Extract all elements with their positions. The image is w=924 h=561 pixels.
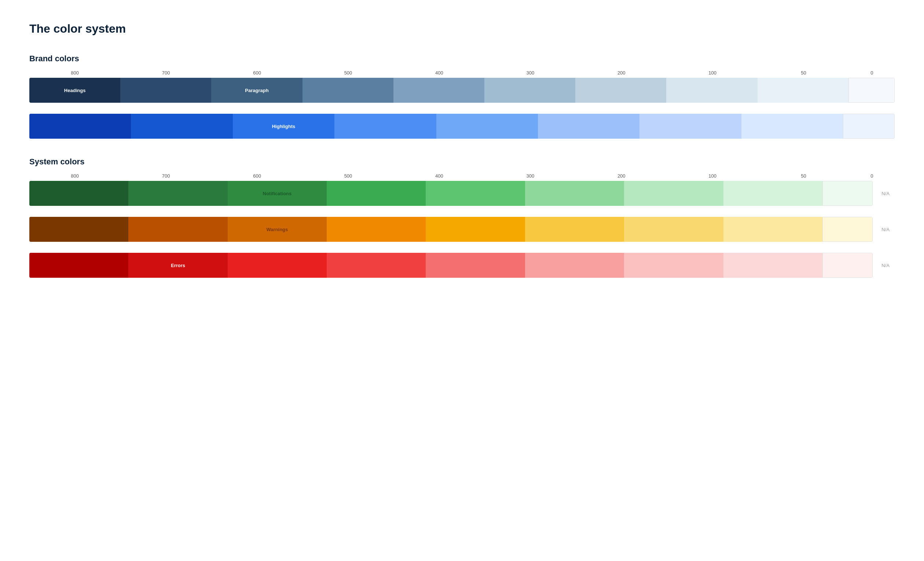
- system-row-3-na: N/A: [873, 263, 895, 268]
- color-swatch-1: Errors: [128, 253, 227, 278]
- system-row-1: Notifications: [29, 181, 873, 206]
- color-swatch-2: [228, 253, 327, 278]
- color-swatch-2: Paragraph: [211, 78, 302, 103]
- scale-label-200: 200: [576, 173, 667, 179]
- scale-label-500: 500: [303, 173, 393, 179]
- color-swatch-7: [723, 253, 822, 278]
- system-colors-section: System colors 80070060050040030020010050…: [29, 157, 895, 278]
- scale-label-800: 800: [29, 70, 120, 75]
- system-row-3: Errors: [29, 253, 873, 278]
- color-swatch-3: [327, 217, 426, 242]
- color-swatch-8: [822, 181, 873, 206]
- color-swatch-8: [843, 114, 895, 139]
- color-swatch-5: [525, 217, 624, 242]
- color-swatch-4: [426, 253, 525, 278]
- color-swatch-8: [822, 253, 873, 278]
- color-swatch-6: [639, 114, 741, 139]
- scale-label-600: 600: [212, 173, 303, 179]
- color-swatch-7: [741, 114, 843, 139]
- color-swatch-9: [849, 78, 895, 103]
- color-swatch-3: [327, 253, 426, 278]
- brand-scale-labels: 800700600500400300200100500: [29, 70, 895, 75]
- color-swatch-6: [624, 181, 723, 206]
- color-swatch-2: Notifications: [228, 181, 327, 206]
- color-swatch-8: [822, 217, 873, 242]
- scale-label-400: 400: [394, 173, 485, 179]
- color-swatch-4: [393, 78, 484, 103]
- scale-label-100: 100: [667, 173, 758, 179]
- scale-label-50: 50: [758, 173, 849, 179]
- color-swatch-6: [624, 217, 723, 242]
- scale-label-300: 300: [485, 70, 576, 75]
- system-row-2-wrapper: Warnings N/A: [29, 217, 895, 242]
- scale-label-400: 400: [394, 70, 485, 75]
- color-swatch-2: Highlights: [233, 114, 334, 139]
- color-swatch-1: [128, 181, 227, 206]
- brand-row-2: Highlights: [29, 114, 895, 139]
- color-swatch-1: [131, 114, 232, 139]
- color-swatch-4: [426, 181, 525, 206]
- color-swatch-5: [525, 253, 624, 278]
- color-swatch-5: [484, 78, 575, 103]
- color-swatch-0: [29, 253, 128, 278]
- system-colors-title: System colors: [29, 157, 895, 167]
- color-swatch-4: [436, 114, 538, 139]
- color-swatch-0: [29, 217, 128, 242]
- scale-label-0: 0: [849, 173, 895, 179]
- system-scale-labels: 800700600500400300200100500: [29, 173, 895, 179]
- color-swatch-3: [327, 181, 426, 206]
- scale-label-50: 50: [758, 70, 849, 75]
- brand-row-1: HeadingsParagraph: [29, 78, 895, 103]
- brand-colors-title: Brand colors: [29, 54, 895, 63]
- color-swatch-7: [666, 78, 757, 103]
- color-swatch-0: Headings: [29, 78, 120, 103]
- scale-label-500: 500: [303, 70, 393, 75]
- system-row-1-wrapper: Notifications N/A: [29, 181, 895, 206]
- scale-label-600: 600: [212, 70, 303, 75]
- brand-colors-section: Brand colors 800700600500400300200100500…: [29, 54, 895, 139]
- scale-label-0: 0: [849, 70, 895, 75]
- page-title: The color system: [29, 22, 895, 36]
- scale-label-100: 100: [667, 70, 758, 75]
- color-swatch-5: [525, 181, 624, 206]
- scale-label-700: 700: [120, 70, 211, 75]
- system-row-2-na: N/A: [873, 227, 895, 232]
- scale-label-300: 300: [485, 173, 576, 179]
- color-swatch-0: [29, 181, 128, 206]
- color-swatch-7: [723, 217, 822, 242]
- system-row-3-wrapper: Errors N/A: [29, 253, 895, 278]
- system-row-2: Warnings: [29, 217, 873, 242]
- scale-label-800: 800: [29, 173, 120, 179]
- color-swatch-1: [128, 217, 227, 242]
- scale-label-200: 200: [576, 70, 667, 75]
- color-swatch-1: [120, 78, 211, 103]
- color-swatch-6: [575, 78, 666, 103]
- color-swatch-7: [723, 181, 822, 206]
- color-swatch-0: [29, 114, 131, 139]
- color-swatch-8: [758, 78, 849, 103]
- color-swatch-3: [303, 78, 393, 103]
- color-swatch-6: [624, 253, 723, 278]
- color-swatch-2: Warnings: [228, 217, 327, 242]
- color-swatch-3: [334, 114, 436, 139]
- color-swatch-5: [538, 114, 639, 139]
- scale-label-700: 700: [120, 173, 211, 179]
- color-swatch-4: [426, 217, 525, 242]
- system-row-1-na: N/A: [873, 191, 895, 196]
